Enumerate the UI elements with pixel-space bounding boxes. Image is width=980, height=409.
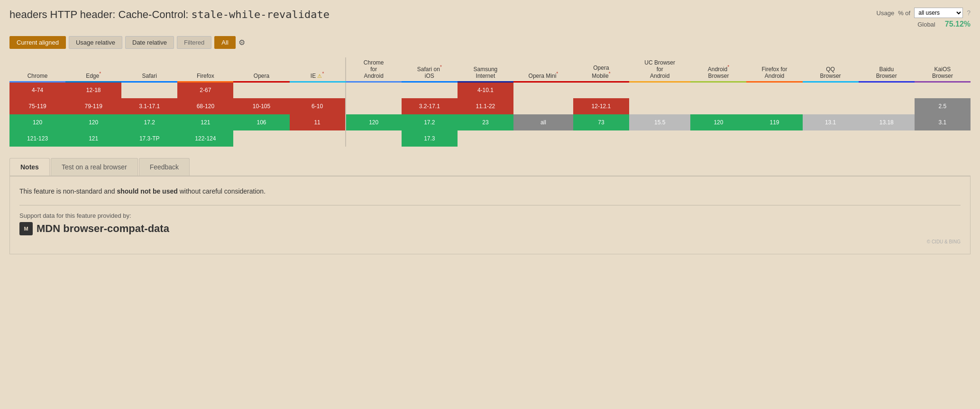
table-cell: 73	[573, 114, 629, 130]
table-cell: 13.18	[859, 114, 915, 130]
table-cell	[346, 98, 402, 114]
table-cell	[746, 130, 802, 147]
th-safari: Safari	[121, 57, 177, 82]
page-title: headers HTTP header: Cache-Control: stal…	[9, 8, 330, 22]
table-cell: 121-123	[9, 130, 65, 147]
table-cell	[233, 82, 289, 98]
percent-of-label: % of	[898, 9, 910, 17]
table-cell: 3.1-17.1	[121, 98, 177, 114]
table-cell: 13.1	[803, 114, 859, 130]
table-cell: 23	[458, 114, 513, 130]
caniuse-credit: © CIDU & BING	[19, 239, 961, 244]
tab-test-browser[interactable]: Test on a real browser	[51, 158, 138, 176]
th-chrome-android: ChromeforAndroid	[346, 57, 402, 82]
table-cell: 68-120	[177, 98, 233, 114]
table-cell	[402, 82, 458, 98]
th-samsung: SamsungInternet	[458, 57, 513, 82]
table-cell: 2-67	[177, 82, 233, 98]
table-cell	[513, 130, 573, 147]
table-cell: 122-124	[177, 130, 233, 147]
usage-row: Usage % of all users tracked users ?	[877, 8, 971, 18]
table-cell	[573, 82, 629, 98]
table-cell	[346, 130, 402, 147]
mdn-brand: M MDN browser-compat-data	[19, 222, 961, 235]
table-cell: 120	[65, 114, 121, 130]
th-opera-mini: Opera Mini*	[513, 57, 573, 82]
users-select[interactable]: all users tracked users	[914, 8, 963, 18]
date-relative-button[interactable]: Date relative	[125, 36, 174, 49]
table-cell	[629, 130, 690, 147]
table-row: 4-7412-182-674-10.1	[9, 82, 971, 98]
table-cell: 120	[346, 114, 402, 130]
toolbar: Current aligned Usage relative Date rela…	[9, 36, 971, 49]
header-row: headers HTTP header: Cache-Control: stal…	[9, 8, 971, 28]
compat-table-wrapper: Chrome Edge* Safari Firefox Opera IE ⚠* …	[9, 57, 971, 147]
usage-relative-button[interactable]: Usage relative	[69, 36, 122, 49]
table-cell	[746, 82, 802, 98]
global-stats: Global 75.12%	[877, 20, 971, 28]
help-icon[interactable]: ?	[967, 9, 971, 17]
tab-feedback[interactable]: Feedback	[139, 158, 190, 176]
table-cell	[629, 82, 690, 98]
support-credit: Support data for this feature provided b…	[19, 212, 961, 219]
table-cell: 4-74	[9, 82, 65, 98]
th-chrome: Chrome	[9, 57, 65, 82]
table-cell	[290, 130, 346, 147]
th-edge: Edge*	[65, 57, 121, 82]
table-cell: 15.5	[629, 114, 690, 130]
table-cell	[290, 82, 346, 98]
th-uc-browser: UC BrowserforAndroid	[629, 57, 690, 82]
table-cell: 3.2-17.1	[402, 98, 458, 114]
global-label: Global	[917, 21, 935, 28]
th-ie: IE ⚠*	[290, 57, 346, 82]
table-cell: 106	[233, 114, 289, 130]
table-cell: 121	[65, 130, 121, 147]
table-header-row: Chrome Edge* Safari Firefox Opera IE ⚠* …	[9, 57, 971, 82]
usage-panel: Usage % of all users tracked users ? Glo…	[877, 8, 971, 28]
table-cell: 11.1-22	[458, 98, 513, 114]
filtered-button[interactable]: Filtered	[177, 36, 211, 49]
th-opera-mobile: OperaMobile*	[573, 57, 629, 82]
table-cell	[690, 98, 746, 114]
th-opera: Opera	[233, 57, 289, 82]
table-cell: 17.2	[121, 114, 177, 130]
table-cell	[233, 130, 289, 147]
table-cell	[121, 82, 177, 98]
compat-table: Chrome Edge* Safari Firefox Opera IE ⚠* …	[9, 57, 971, 147]
table-cell	[690, 130, 746, 147]
table-cell	[513, 82, 573, 98]
table-cell: all	[513, 114, 573, 130]
settings-icon[interactable]: ⚙	[238, 38, 245, 47]
usage-label: Usage	[877, 9, 895, 17]
th-firefox: Firefox	[177, 57, 233, 82]
table-cell: 11	[290, 114, 346, 130]
tab-notes[interactable]: Notes	[9, 158, 50, 176]
table-cell: 12-18	[65, 82, 121, 98]
table-cell: 120	[9, 114, 65, 130]
table-cell	[915, 130, 971, 147]
table-cell	[859, 98, 915, 114]
mdn-logo-icon: M	[19, 222, 33, 235]
table-cell: 79-119	[65, 98, 121, 114]
divider	[19, 205, 961, 205]
table-cell	[803, 82, 859, 98]
current-aligned-button[interactable]: Current aligned	[9, 36, 66, 49]
table-cell: 4-10.1	[458, 82, 513, 98]
table-cell: 75-119	[9, 98, 65, 114]
table-cell	[690, 82, 746, 98]
th-safari-ios: Safari on*iOS	[402, 57, 458, 82]
notes-text: This feature is non-standard and should …	[19, 186, 961, 196]
table-cell	[513, 98, 573, 114]
table-cell: 12-12.1	[573, 98, 629, 114]
tabs-bar: Notes Test on a real browser Feedback	[9, 158, 971, 177]
th-kaios: KaiOSBrowser	[915, 57, 971, 82]
table-cell: 10-105	[233, 98, 289, 114]
notes-panel: This feature is non-standard and should …	[9, 177, 971, 254]
table-cell	[458, 130, 513, 147]
table-cell	[915, 82, 971, 98]
table-cell	[746, 98, 802, 114]
global-value: 75.12%	[945, 20, 971, 28]
all-button[interactable]: All	[214, 36, 235, 49]
table-cell	[573, 130, 629, 147]
table-cell: 3.1	[915, 114, 971, 130]
